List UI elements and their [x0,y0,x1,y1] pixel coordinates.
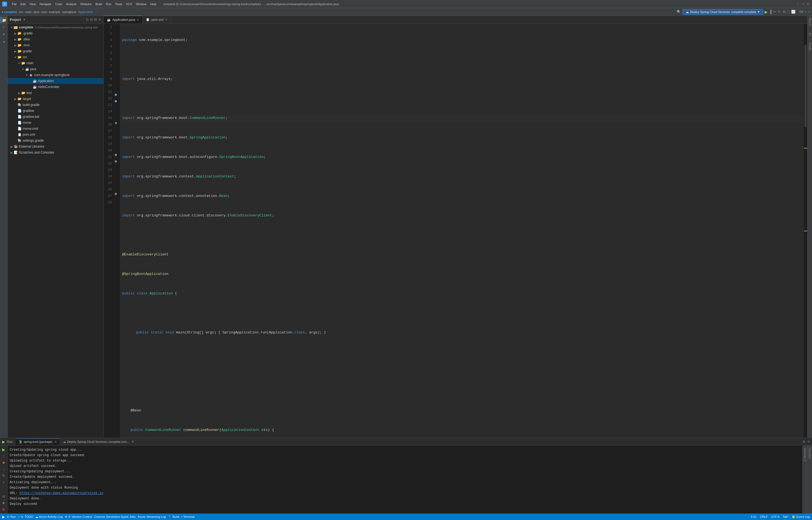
run-settings-button[interactable]: ≡ [1,479,7,485]
favorites-icon[interactable]: ★ [1,31,7,37]
run-close-button[interactable]: 🗑 [1,506,7,513]
menu-view[interactable]: View [28,2,38,6]
tab-deploy[interactable]: ☁ Deploy Spring Cloud Services: complete… [60,439,137,445]
breadcrumb-main[interactable]: main [25,10,32,14]
run-rerun-button[interactable]: ↻ [1,473,7,478]
nav-icon-2[interactable]: ↩ [773,10,776,14]
tree-application[interactable]: ☕ Application [7,78,103,84]
tree-build-gradle[interactable]: 🐘 build.gradle [7,102,103,108]
todo-label[interactable]: ✓ 6: TODO [18,515,33,519]
cosmos-label[interactable]: Cosmos Serverless Spark Jobs [94,515,136,518]
azure-activity-label[interactable]: ☁ Azure Activity Log [35,515,62,519]
menu-navigate[interactable]: Navigate [38,2,53,6]
project-icon[interactable]: 📁 [1,17,7,23]
nav-search-icon[interactable]: 🔍 [677,10,681,14]
nav-icon-4[interactable]: ⚙ [783,10,786,14]
tab-application-java[interactable]: ☕ Application.java ✕ [104,16,143,24]
azure-icon[interactable]: ☁ [1,38,7,45]
event-log[interactable]: 🔔 Event Log [792,515,810,519]
minimize-button[interactable]: ─ [796,2,800,6]
run-status-label[interactable]: 6: Run [7,515,16,518]
tree-gradle-hidden[interactable]: ▶ 📂 .gradle [7,30,103,36]
gradle-tab[interactable]: Gradle [807,41,812,53]
menu-file[interactable]: File [10,2,19,6]
run-status-icon[interactable]: ▶ [2,515,5,519]
nav-icon-3[interactable]: ↻ [778,10,781,14]
maximize-button[interactable]: □ [801,2,805,6]
menu-vcs[interactable]: VCS [124,2,134,6]
close-bottom-icon[interactable]: ✕ [807,440,810,444]
run-stop-button[interactable]: ■ [1,460,7,466]
nav-icon-1[interactable]: ▐ [769,10,772,14]
breadcrumb-complete[interactable]: complete [4,10,17,14]
tab-pom-xml[interactable]: 📋 pom.xml ✕ [143,16,171,24]
structure-icon[interactable]: ≡ [1,24,7,30]
tree-scratches[interactable]: ▶ 📝 Scratches and Consoles [7,150,103,155]
code-editor-wrapper[interactable]: 1234567891011121314151617181920212223242… [104,24,807,438]
nav-icon-6[interactable]: ⬜ [791,10,795,14]
version-control-label[interactable]: ⑨ 9: Version Control [65,515,92,519]
menu-refactor[interactable]: Refactor [79,2,93,6]
tree-mvnw[interactable]: 📄 mvnw [7,120,103,126]
menu-window[interactable]: Window [134,2,148,6]
breadcrumb-java[interactable]: java [33,10,39,14]
menu-edit[interactable]: Edit [19,2,27,6]
close-panel-icon[interactable]: ✕ [98,18,101,22]
tree-target[interactable]: ▶ 📂 target [7,96,103,102]
tree-controller[interactable]: ☕ HelloController [7,84,103,90]
favorites-label[interactable]: Favorites [808,445,812,461]
deploy-button[interactable]: ☁ Deploy Spring Cloud Services: complete… [682,9,763,15]
art-tab[interactable]: Art [807,30,812,38]
maven-tab[interactable]: Maven [807,16,812,28]
tree-ext-libs[interactable]: ▶ 📚 External Libraries [7,144,103,150]
tree-pom[interactable]: 📋 pom.xml [7,132,103,137]
settings-icon[interactable]: ⚙ [94,18,97,22]
run-up-button[interactable]: ↑ [1,453,7,459]
menu-help[interactable]: Help [148,2,158,6]
terminal-label[interactable]: ▪ Terminal [181,515,194,518]
run-structure-button[interactable]: ⊞ [1,493,7,499]
azure-stream-label[interactable]: Azure Streaming Log [138,515,166,518]
breadcrumb-src[interactable]: src [19,10,23,14]
project-dropdown[interactable]: ▼ [23,18,26,21]
close-button[interactable]: ✕ [806,2,810,6]
tree-gradlew[interactable]: 📄 gradlew [7,108,103,114]
breadcrumb-application[interactable]: Application [78,10,93,14]
breadcrumb-example[interactable]: example [49,10,60,14]
run-down-button[interactable]: ↓ [1,466,7,472]
tree-idea[interactable]: ▶ 📂 .idea [7,36,103,42]
tree-java-folder[interactable]: ▼ ☕ java [7,66,103,72]
tree-src[interactable]: ▼ 📂 src [7,54,103,60]
spring-boot-tab-close[interactable]: ✕ [54,440,57,444]
tab-pom-close[interactable]: ✕ [165,18,168,21]
nav-icon-5[interactable]: □ [787,10,789,14]
collapse-icon[interactable]: ⊟ [90,18,93,22]
z-structure-tab[interactable]: Z-Structure [803,445,807,463]
menu-run[interactable]: Run [104,2,113,6]
tree-test[interactable]: ▶ 📂 test [7,90,103,96]
tree-main[interactable]: ▼ 📂 main [7,60,103,66]
tab-spring-boot[interactable]: 🍃 spring-boot [package] ✕ [16,439,60,445]
breadcrumb-springboot[interactable]: springboot [62,10,76,14]
tree-settings-gradle[interactable]: 🐘 settings.gradle [7,137,103,144]
tree-mvn[interactable]: ▶ 📂 .mvn [7,42,103,48]
run-play-button[interactable]: ▶ [1,447,7,452]
editor-scrollbar[interactable] [804,24,807,438]
code-content[interactable]: package com.example.springboot; import j… [120,24,807,438]
breadcrumb-com[interactable]: com [41,10,47,14]
build-label[interactable]: 🔨 Build [168,515,179,519]
settings-bottom-icon[interactable]: ⚙ [803,440,806,444]
tree-root[interactable]: ▼ complete C:\Users\yucwan\Documents\vsw… [7,24,103,30]
tab-application-close[interactable]: ✕ [137,18,139,22]
tree-package[interactable]: ▼ ◉ com.example.springboot [7,72,103,78]
menu-build[interactable]: Build [94,2,104,6]
tree-gradle[interactable]: ▶ 📂 gradle [7,48,103,54]
tree-gradlew-bat[interactable]: 📄 gradlew.bat [7,114,103,120]
run-gutter-16[interactable]: ▶ [115,121,117,124]
run-fav-button[interactable]: ★ [1,500,7,506]
run-button[interactable]: ▶ [765,10,767,14]
deployment-url-link[interactable]: https://yuchensp-demo.azuremicroservices… [20,491,103,495]
menu-analyze[interactable]: Analyze [64,2,78,6]
sync-icon[interactable]: ↻ [86,18,89,22]
menu-tools[interactable]: Tools [113,2,124,6]
